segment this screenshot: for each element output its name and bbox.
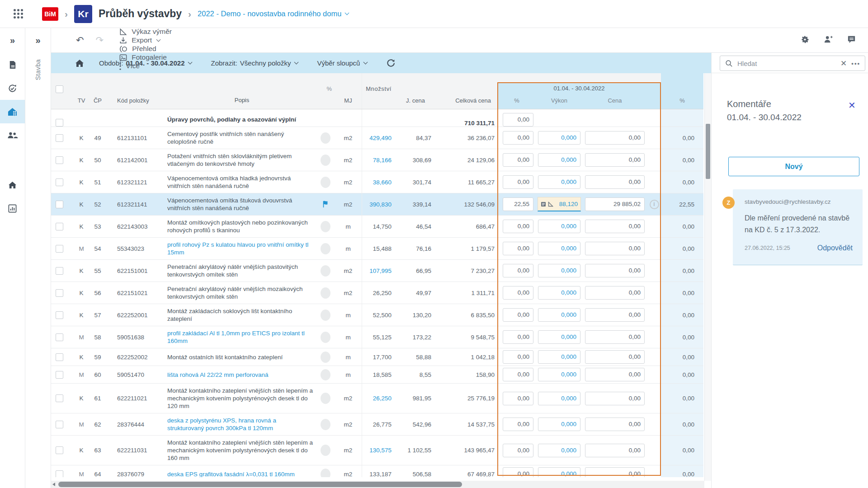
vykon-input[interactable]: 0,000 xyxy=(538,330,580,344)
row-checkbox[interactable] xyxy=(56,446,63,454)
pct-input[interactable]: 22,55 xyxy=(503,197,533,211)
clear-search-icon[interactable]: ✕ xyxy=(840,59,847,68)
show-filter[interactable]: Zobrazit:Všechny položky xyxy=(211,59,298,67)
col-header-pct2[interactable]: % xyxy=(661,73,703,109)
cena-input[interactable]: 0,00 xyxy=(585,153,645,167)
row-checkbox[interactable] xyxy=(56,470,63,478)
item-quantity[interactable]: 26,250 xyxy=(362,384,392,413)
cena-input[interactable]: 0,00 xyxy=(585,392,645,405)
comment-flag-icon[interactable] xyxy=(322,200,329,208)
col-header-popis[interactable]: Popis xyxy=(167,73,316,109)
cena-input[interactable]: 0,00 xyxy=(585,330,645,344)
close-comments-icon[interactable]: ✕ xyxy=(848,100,856,111)
item-quantity[interactable]: 38,660 xyxy=(362,171,392,193)
table-row[interactable]: M5455343023profil rohový Pz s kulatou hl… xyxy=(51,238,703,260)
app-grid-icon[interactable] xyxy=(14,9,23,19)
vykon-input[interactable]: 0,000 xyxy=(538,444,580,457)
cena-input[interactable]: 0,00 xyxy=(585,175,645,189)
table-row[interactable]: K53622143003Montáž omítkových plastových… xyxy=(51,216,703,238)
sidebar-item-reports[interactable] xyxy=(0,197,25,220)
table-row[interactable]: K61622211021Montáž kontaktního zateplení… xyxy=(51,384,703,413)
row-checkbox[interactable] xyxy=(56,245,63,253)
item-description[interactable]: profil zakládací Al tl 1,0mm pro ETICS p… xyxy=(167,326,316,348)
cena-input[interactable]: 0,00 xyxy=(585,286,645,300)
expand-panel-icon[interactable]: » xyxy=(25,28,51,53)
scroll-left-arrow-icon[interactable] xyxy=(52,483,55,486)
table-row[interactable]: M6428376079deska EPS grafitová fasádní λ… xyxy=(51,465,703,477)
pct-input[interactable]: 0,00 xyxy=(503,175,533,189)
col-header-cp[interactable]: ČP xyxy=(88,73,107,109)
project-breadcrumb[interactable]: 2022 - Demo - novostavba rodinného domu xyxy=(198,9,349,18)
pct-input[interactable]: 0,00 xyxy=(503,392,533,405)
vykon-input-active[interactable]: 88,120 xyxy=(538,197,581,211)
item-description[interactable]: deska EPS grafitová fasádní λ=0,031 tl 1… xyxy=(167,467,316,478)
sidebar-item-documents[interactable] xyxy=(0,53,25,76)
expand-sidebar-icon[interactable]: » xyxy=(0,28,25,53)
row-checkbox[interactable] xyxy=(56,333,63,341)
vykon-input[interactable]: 0,000 xyxy=(538,264,580,277)
vykon-input[interactable]: 0,000 xyxy=(538,418,580,431)
toolbar-button-v-kaz-v-m-r[interactable]: Výkaz výměr xyxy=(119,28,172,36)
row-checkbox[interactable] xyxy=(56,178,63,186)
col-header-mj[interactable]: MJ xyxy=(335,73,362,109)
table-row[interactable]: K55622151001Penetrační akrylátový nátěr … xyxy=(51,260,703,282)
item-quantity[interactable]: 107,995 xyxy=(362,260,392,282)
table-row[interactable]: M6059051470lišta rohová Al 22/22 mm perf… xyxy=(51,366,703,384)
refresh-icon[interactable] xyxy=(386,58,396,68)
info-icon[interactable]: i xyxy=(650,200,659,209)
search-more-icon[interactable]: ••• xyxy=(851,60,860,67)
sidebar-item-construction[interactable] xyxy=(0,100,25,123)
vykon-input[interactable]: 0,000 xyxy=(538,175,580,189)
col-header-tv[interactable]: TV xyxy=(75,73,88,109)
col-header-code[interactable]: Kód položky xyxy=(107,73,167,109)
pct-input[interactable]: 0,00 xyxy=(503,418,533,431)
row-checkbox[interactable] xyxy=(56,267,63,275)
vykon-input[interactable]: 0,000 xyxy=(538,153,580,167)
search-box[interactable]: ✕ ••• xyxy=(720,56,865,71)
toolbar-button-fotogalerie[interactable]: Fotogalerie xyxy=(119,53,172,62)
cena-input[interactable]: 0,00 xyxy=(585,444,645,457)
toolbar-button-p-ehled[interactable]: Přehled xyxy=(119,45,172,53)
cena-input[interactable]: 29 885,02 xyxy=(585,197,645,211)
comments-icon[interactable] xyxy=(847,35,856,46)
search-input[interactable] xyxy=(737,60,836,67)
table-row[interactable]: K56622151021Penetrační akrylátový nátěr … xyxy=(51,282,703,304)
col-header-period-pct[interactable]: % xyxy=(497,97,536,109)
cena-input[interactable]: 0,00 xyxy=(585,242,645,255)
sidebar-item-home[interactable] xyxy=(0,173,25,197)
pct-input[interactable]: 0,00 xyxy=(503,467,533,477)
redo-button[interactable]: ↷ xyxy=(96,35,104,46)
select-all-checkbox[interactable] xyxy=(56,85,63,93)
cena-input[interactable]: 0,00 xyxy=(585,467,645,477)
row-checkbox[interactable] xyxy=(56,371,63,379)
table-row[interactable]: K49612131101Cementový postřik vnitřních … xyxy=(51,127,703,149)
horizontal-scrollbar-thumb[interactable] xyxy=(58,482,462,487)
row-checkbox[interactable] xyxy=(56,134,63,142)
col-header-jcena[interactable]: J. cena xyxy=(392,73,433,109)
toolbar-button-export[interactable]: Export xyxy=(119,36,172,45)
undo-button[interactable]: ↶ xyxy=(76,35,84,46)
row-checkbox[interactable] xyxy=(56,223,63,230)
item-description[interactable]: deska z polystyrénu XPS, hrana rovná a s… xyxy=(167,413,316,435)
vertical-scrollbar-thumb[interactable] xyxy=(706,124,710,179)
col-header-celkova[interactable]: Celková cena xyxy=(433,73,497,109)
vykon-input[interactable]: 0,000 xyxy=(538,242,580,255)
sidebar-item-team[interactable] xyxy=(0,123,25,147)
pct-input[interactable]: 0,00 xyxy=(503,220,533,233)
table-row[interactable]: K57622252001Montáž zakládacích soklových… xyxy=(51,304,703,326)
row-checkbox[interactable] xyxy=(56,119,63,127)
pct-input[interactable]: 0,00 xyxy=(503,286,533,300)
vykon-input[interactable]: 0,000 xyxy=(538,467,580,477)
row-checkbox[interactable] xyxy=(56,394,63,402)
vykon-input[interactable]: 0,000 xyxy=(538,220,580,233)
row-checkbox[interactable] xyxy=(56,311,63,319)
table-row[interactable]: M6228376444deska z polystyrénu XPS, hran… xyxy=(51,413,703,436)
col-header-mnozstvi[interactable]: Množství xyxy=(362,73,392,109)
pct-input[interactable]: 0,00 xyxy=(503,444,533,457)
vykon-input[interactable]: 0,000 xyxy=(538,286,580,300)
row-checkbox[interactable] xyxy=(56,289,63,297)
pct-input[interactable]: 0,00 xyxy=(503,330,533,344)
item-quantity[interactable]: 130,575 xyxy=(362,436,392,465)
item-description[interactable]: profil rohový Pz s kulatou hlavou pro vn… xyxy=(167,238,316,259)
col-header-cena[interactable]: Cena xyxy=(582,97,647,109)
